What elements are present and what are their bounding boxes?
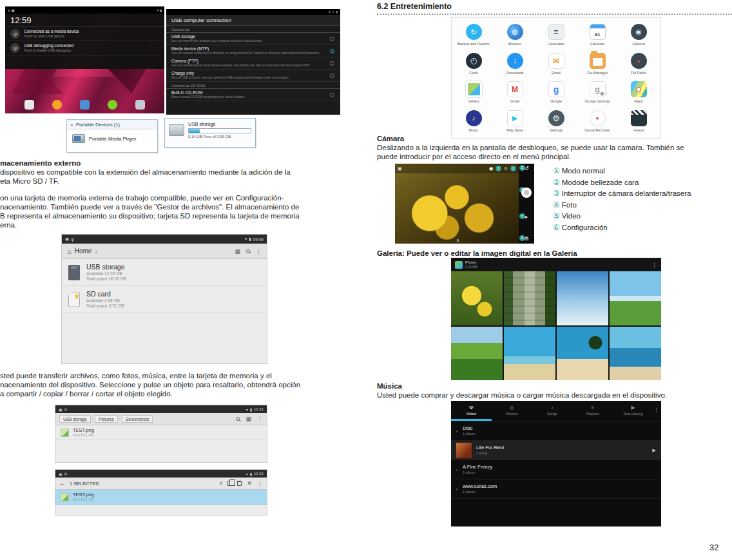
camera-top-bar: ▣ ◉ 1 ☺ 2 bbox=[395, 164, 519, 173]
view-mode-icon[interactable]: ▦ bbox=[235, 248, 240, 255]
app-gmail[interactable]: MGmail bbox=[494, 78, 535, 107]
app-google-settings[interactable]: gGoogle Settings bbox=[577, 78, 618, 107]
artist-row[interactable]: ▸ www.luciez.com 1 album bbox=[451, 479, 661, 499]
app-browser[interactable]: ⊕Browser bbox=[494, 21, 535, 50]
breadcrumb-screenshots[interactable]: Screenshots bbox=[122, 415, 153, 423]
tab-now-playing[interactable]: ▶ Now playing bbox=[613, 401, 653, 421]
app-label: Settings bbox=[550, 128, 563, 132]
overflow-menu-icon[interactable]: ⋮ bbox=[256, 248, 262, 255]
app-play-store[interactable]: ▶Play Store bbox=[494, 107, 535, 136]
radio-button[interactable] bbox=[330, 73, 334, 78]
notification-item[interactable]: ψ Connected as a media device Touch for … bbox=[5, 27, 164, 41]
beauty-face-icon[interactable]: ☺ bbox=[503, 166, 508, 171]
thumbnail-icon[interactable]: ▣ bbox=[398, 166, 402, 171]
radio-button-selected[interactable] bbox=[330, 49, 334, 53]
photo-thumbnail[interactable] bbox=[504, 271, 555, 325]
signal-icon: ▾ bbox=[245, 237, 247, 242]
app-gallery[interactable]: Gallery bbox=[453, 78, 494, 107]
dialog-header[interactable]: ▲ Portable Devices (1) bbox=[67, 120, 157, 130]
video-record-icon[interactable]: ▸ bbox=[525, 214, 528, 220]
breadcrumb-pictures[interactable]: Pictures bbox=[95, 415, 117, 423]
notification-item[interactable]: ψ USB debugging connected Touch to disab… bbox=[5, 41, 164, 55]
app-downloads[interactable]: ↓Downloads bbox=[494, 50, 535, 79]
photo-thumbnail[interactable] bbox=[557, 271, 608, 325]
app-calendar[interactable]: 31Calendar bbox=[577, 21, 618, 50]
file-name: TEST.png bbox=[73, 492, 94, 497]
expand-chevron-icon[interactable]: ∧ bbox=[456, 238, 459, 243]
dock-app-icon[interactable] bbox=[52, 100, 62, 110]
app-videos[interactable]: Videos bbox=[618, 107, 659, 136]
app-email[interactable]: ✉Email bbox=[535, 50, 577, 79]
legend-line: ①Modo normal bbox=[553, 166, 691, 177]
app-sound-recorder[interactable]: ●Sound Recorder bbox=[577, 107, 618, 136]
device-label: Portable Media Player bbox=[89, 136, 137, 142]
dock-app-icon[interactable] bbox=[80, 100, 90, 110]
cut-icon[interactable]: ✕ bbox=[247, 480, 252, 487]
selected-file-row[interactable]: TEST.png Size 55.1 KB bbox=[55, 490, 267, 505]
option-charge-only[interactable]: Charge only Stop all USB functions. Lets… bbox=[166, 70, 340, 82]
option-camera-ptp[interactable]: Camera (PTP) Lets you transfer photos us… bbox=[166, 57, 340, 70]
storage-row-usb[interactable]: USB storage Available 12.29 GB Total spa… bbox=[62, 259, 267, 286]
file-row[interactable]: TEST.png Size 55.1 KB bbox=[55, 425, 267, 440]
share-icon[interactable]: < bbox=[219, 480, 222, 487]
option-description: Lets you transfer photos using camera so… bbox=[171, 64, 323, 68]
album-row-highlighted[interactable]: Life For Rent 1 song ▶ bbox=[451, 441, 661, 460]
play-arrow-icon[interactable]: ▶ bbox=[653, 448, 656, 453]
app-settings[interactable]: ⚙Settings bbox=[535, 107, 577, 136]
dock-app-icon[interactable] bbox=[108, 100, 117, 110]
overflow-menu-icon[interactable]: ⋮ bbox=[257, 480, 263, 487]
music-paragraph: Usted puede comprar y descargar música o… bbox=[377, 391, 667, 400]
overflow-menu-icon[interactable]: ⋮ bbox=[651, 262, 657, 268]
photo-thumbnail[interactable] bbox=[451, 271, 503, 325]
photo-thumbnail[interactable] bbox=[610, 327, 661, 381]
app-music[interactable]: ♪Music bbox=[453, 107, 494, 136]
radio-button[interactable] bbox=[330, 61, 334, 66]
option-usb-storage[interactable]: USB storage Lets you transfer files betw… bbox=[166, 33, 340, 45]
app-label: Videos bbox=[633, 128, 644, 132]
app-maps[interactable]: Maps bbox=[618, 78, 659, 107]
photo-thumbnail[interactable] bbox=[451, 327, 503, 381]
radio-button[interactable] bbox=[330, 37, 334, 41]
copy-icon[interactable] bbox=[227, 481, 232, 486]
app-backup[interactable]: ↻Backup and Restore bbox=[453, 21, 494, 50]
album-name: Life For Rent bbox=[476, 445, 504, 450]
search-icon[interactable] bbox=[246, 249, 250, 253]
app-icon: ▣ bbox=[65, 237, 69, 242]
artist-row[interactable]: ▸ Dido 1 album bbox=[451, 421, 661, 441]
app-camera[interactable]: ◉Camera bbox=[618, 21, 659, 50]
storage-row-sd[interactable]: SD card Available 2.08 GB Total space 3.… bbox=[62, 286, 267, 313]
tab-playlists[interactable]: ≡ Playlists bbox=[572, 401, 613, 421]
overflow-menu-icon[interactable]: ⋮ bbox=[653, 407, 659, 413]
breadcrumb-usb-storage[interactable]: USB storage bbox=[59, 415, 91, 423]
overflow-menu-icon[interactable]: ⋮ bbox=[257, 416, 263, 422]
text-line: nacenamiento. También puede ver a través… bbox=[0, 202, 300, 211]
view-mode-icon[interactable]: ▦ bbox=[246, 416, 251, 422]
tab-songs[interactable]: ♪ Songs bbox=[532, 401, 573, 421]
dock-app-icon[interactable] bbox=[24, 100, 34, 110]
photo-thumbnail[interactable] bbox=[504, 327, 555, 381]
tab-artists[interactable]: Ψ Artists bbox=[451, 401, 492, 421]
normal-mode-icon[interactable]: ◉ bbox=[489, 166, 494, 171]
photo-thumbnail[interactable] bbox=[610, 271, 661, 325]
app-fm-radio[interactable]: ●FM Radio bbox=[618, 50, 659, 79]
photo-thumbnail[interactable] bbox=[557, 327, 608, 381]
app-clock[interactable]: ◴Clock bbox=[453, 50, 494, 79]
back-icon[interactable]: ← bbox=[59, 480, 65, 487]
delete-icon[interactable] bbox=[237, 481, 242, 486]
section-divider bbox=[377, 14, 732, 15]
search-icon[interactable] bbox=[236, 417, 240, 421]
app-google[interactable]: gGoogle bbox=[535, 78, 577, 107]
home-icon[interactable]: ⌂ bbox=[67, 247, 72, 255]
tab-albums[interactable]: ◎ Albums bbox=[492, 401, 532, 421]
shutter-button[interactable] bbox=[521, 188, 532, 198]
dock-app-icon[interactable] bbox=[135, 100, 145, 110]
artist-row[interactable]: ▸ A Fine Frenzy 1 album bbox=[451, 460, 661, 479]
option-media-device-mtp[interactable]: Media device (MTP) Lets you transfer med… bbox=[166, 45, 340, 57]
option-builtin-cdrom[interactable]: Built-in CD-ROM Show a virtual CD-ROM co… bbox=[166, 89, 340, 101]
breadcrumb[interactable]: Home bbox=[75, 247, 92, 255]
app-file-manager[interactable]: File Manager bbox=[577, 50, 618, 79]
radio-button[interactable] bbox=[330, 93, 334, 97]
device-item[interactable]: Portable Media Player bbox=[67, 130, 157, 148]
image-file-icon bbox=[61, 429, 69, 437]
app-calculator[interactable]: =Calculator bbox=[535, 21, 577, 50]
